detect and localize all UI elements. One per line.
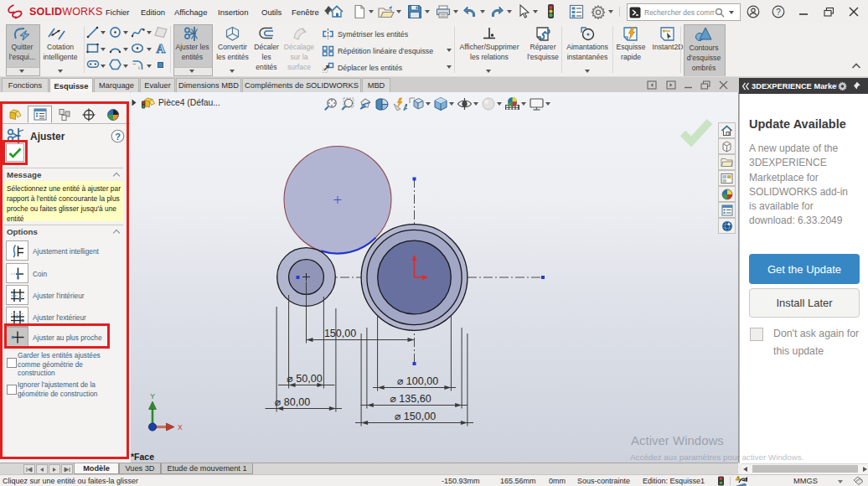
repair-sketch-label-2[interactable]: l'esquisse (525, 53, 561, 63)
tab-fonctions[interactable]: Fonctions (2, 78, 49, 92)
tab-scroll-prev[interactable] (36, 464, 48, 474)
option-corner-label[interactable]: Coin (33, 270, 47, 278)
tab-mbd[interactable]: MBD (362, 78, 390, 92)
undo-dropdown[interactable] (480, 10, 485, 13)
taskpane-hscrollbar[interactable] (741, 463, 868, 474)
rapid-sketch-icon[interactable] (623, 26, 638, 42)
menu-affichage[interactable]: Affichage (168, 0, 214, 23)
select-dropdown[interactable] (533, 10, 538, 13)
dont-ask-checkbox[interactable] (750, 328, 763, 341)
menu-outils[interactable]: Outils (255, 0, 288, 23)
taskpane-tab-custom-properties[interactable] (718, 202, 736, 218)
instant2d-icon[interactable] (659, 26, 675, 42)
option-trim-closest-label[interactable]: Ajuster au plus proche (33, 333, 102, 342)
tab-evaluer[interactable]: Evaluer (140, 78, 175, 92)
sketch-ellipse-icon[interactable] (131, 43, 144, 54)
option-smart-trim-button[interactable] (6, 240, 28, 261)
offset-entities-label-3[interactable]: entités (250, 63, 283, 73)
tab-esquisse[interactable]: Esquisse (49, 78, 93, 93)
pm-tab-featuremanager[interactable] (3, 106, 28, 123)
sketch-circle-icon[interactable] (109, 26, 121, 39)
linear-pattern-label[interactable]: Répétition linéaire d'esquisse (338, 47, 433, 55)
scroll-right-arrow[interactable] (863, 467, 867, 472)
save-dropdown[interactable] (425, 10, 430, 13)
search-dropdown[interactable] (729, 11, 734, 14)
search-input[interactable]: Rechercher des comm (644, 8, 715, 17)
instant2d-label[interactable]: Instant2D (647, 43, 689, 53)
get-update-button[interactable]: Get the Update (749, 254, 860, 284)
smart-dimension-icon[interactable] (47, 26, 67, 41)
scroll-left-arrow[interactable] (743, 467, 747, 472)
pm-tab-displaymanager[interactable] (101, 106, 125, 123)
taskpane-tab-home[interactable] (718, 122, 736, 138)
tab-dimensions-mbd[interactable]: Dimensions MBD (176, 78, 241, 92)
dont-ask-label[interactable]: Don't ask again for this update (773, 325, 859, 359)
pm-ok-button[interactable] (6, 143, 24, 162)
status-units-caret[interactable] (838, 480, 843, 483)
taskpane-tab-file-explorer[interactable] (718, 154, 736, 170)
print-icon[interactable] (436, 5, 451, 18)
pm-message-collapse-icon[interactable] (114, 172, 121, 178)
sketch-arc-icon[interactable] (109, 43, 121, 54)
ribbon-collapse-icon[interactable] (851, 62, 861, 70)
sketch-text-icon[interactable]: A (155, 42, 167, 54)
scroll-thumb[interactable] (752, 465, 858, 473)
sketch-polygon-caret[interactable] (123, 65, 128, 68)
taskpane-collapse-icon[interactable] (741, 82, 750, 90)
pm-tab-dimxpertmanager[interactable] (76, 106, 101, 123)
option-trim-outside-button[interactable] (6, 307, 28, 327)
display-relations-label-1[interactable]: Afficher/Supprimer (456, 43, 523, 53)
taskpane-tab-design-library[interactable] (718, 138, 736, 154)
convert-entities-label-2[interactable]: les entités (213, 53, 252, 63)
home-icon[interactable] (329, 4, 344, 19)
sketch-fillet-icon[interactable] (132, 59, 143, 70)
instant-snaps-label-2[interactable]: instantanées (564, 53, 611, 63)
redo-icon[interactable] (489, 5, 504, 18)
convert-entities-icon[interactable] (225, 26, 240, 42)
option-corner-button[interactable] (6, 263, 28, 283)
tab-marquage[interactable]: Marquage (94, 78, 139, 92)
instant-snaps-caret[interactable] (585, 70, 590, 73)
dim-dia50[interactable]: ⌀ 50,00 (287, 373, 322, 385)
sketch-polygon-icon[interactable] (109, 59, 121, 70)
open-icon[interactable] (378, 5, 395, 19)
pm-options-collapse-icon[interactable] (114, 229, 121, 235)
save-icon[interactable] (407, 4, 422, 19)
doc-previous-window-icon[interactable] (647, 80, 657, 90)
install-later-button[interactable]: Install Later (749, 288, 860, 318)
display-relations-caret[interactable] (486, 70, 491, 73)
keep-construction-checkbox[interactable] (7, 358, 17, 368)
pm-tab-configurationmanager[interactable] (52, 106, 76, 123)
new-document-dropdown[interactable] (369, 10, 374, 13)
help-icon[interactable]: ? (772, 5, 785, 18)
rebuild-traffic-light-icon[interactable] (546, 3, 555, 20)
dim-dia100[interactable]: ⌀ 100,00 (397, 375, 438, 387)
new-document-icon[interactable] (353, 4, 366, 19)
sketch-point-icon[interactable] (157, 61, 164, 69)
pm-help-icon[interactable]: ? (111, 129, 125, 143)
option-trim-closest-button[interactable] (6, 327, 28, 347)
linear-pattern-icon[interactable] (322, 45, 334, 57)
mirror-entities-icon[interactable] (322, 28, 334, 39)
tab-complements-solidworks[interactable]: Compléments de SOLIDWORKS (242, 78, 361, 92)
offset-entities-label-1[interactable]: Décaler (250, 43, 283, 53)
select-cursor-icon[interactable] (518, 4, 530, 19)
repair-sketch-label-1[interactable]: Réparer (525, 43, 561, 53)
menu-insertion[interactable]: Insertion (211, 0, 255, 23)
dim-dia80[interactable]: ⌀ 80,00 (275, 396, 310, 408)
taskpane-gear-icon[interactable] (837, 80, 848, 91)
close-button[interactable] (841, 0, 866, 23)
sketch-rectangle-caret[interactable] (101, 48, 106, 51)
options-dropdown[interactable] (608, 10, 613, 13)
dim-center-distance[interactable]: 150,00 (324, 328, 356, 339)
sketch-arc-caret[interactable] (123, 48, 128, 51)
keep-construction-label[interactable]: Garder les entités ajustées comme géomét… (18, 351, 101, 378)
undo-icon[interactable] (462, 5, 478, 18)
doc-restore-icon[interactable] (700, 80, 710, 90)
menu-fichier[interactable]: Fichier (99, 0, 137, 23)
smart-dimension-label-1[interactable]: Cotation (40, 43, 80, 53)
instant-snaps-label-1[interactable]: Aimantations (564, 43, 611, 53)
rapid-sketch-label-1[interactable]: Esquisse (614, 43, 648, 53)
option-trim-inside-label[interactable]: Ajuster l'intérieur (33, 292, 85, 300)
pm-message-header[interactable]: Message (7, 170, 41, 179)
